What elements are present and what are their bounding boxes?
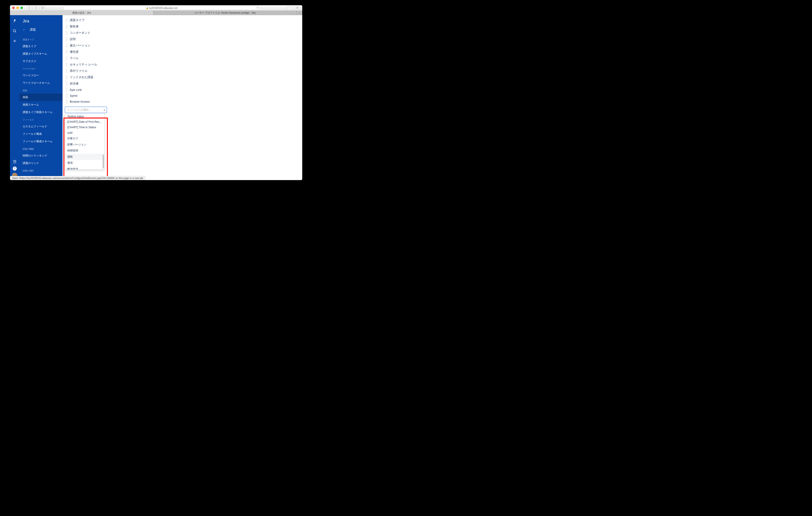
drag-handle-icon[interactable] — [66, 37, 67, 41]
sidebar-group-label: 課題の属性 — [20, 167, 62, 174]
drag-handle-icon[interactable] — [66, 63, 67, 66]
sidebar-item[interactable]: 課題タイプスキーム — [20, 50, 62, 58]
sidebar-item[interactable]: サブタスク — [20, 58, 62, 65]
field-row[interactable]: 修正バージョン — [62, 42, 302, 49]
dropdown-option[interactable]: 時間管理 — [65, 148, 105, 154]
drag-handle-icon[interactable] — [66, 88, 67, 92]
drag-handle-icon[interactable] — [66, 50, 67, 54]
share-button[interactable]: ↑ — [287, 6, 293, 10]
sidebar-item[interactable]: 課題のリンク — [20, 159, 62, 167]
new-tab-button[interactable]: + — [297, 11, 302, 15]
forward-button[interactable]: ❯ — [33, 6, 38, 10]
sidebar-item[interactable]: 課題タイプ画面スキーム — [20, 109, 62, 116]
menu-icon[interactable]: ☰ — [13, 159, 17, 164]
field-label: Browse Access — [70, 100, 90, 103]
field-select[interactable]: フィールドの選択... ▾ — [65, 107, 107, 113]
svg-point-0 — [13, 29, 16, 32]
field-row[interactable]: 報告者 — [62, 23, 302, 30]
reload-icon[interactable]: ⟳ — [257, 6, 259, 9]
field-row[interactable]: リンクされた課題 — [62, 74, 302, 81]
field-label: セキュリティ レベル — [70, 62, 97, 67]
drag-handle-icon[interactable] — [66, 69, 67, 73]
drag-handle-icon[interactable] — [66, 82, 67, 85]
drag-handle-icon[interactable] — [66, 56, 67, 60]
field-label: 優先度 — [70, 50, 79, 54]
lock-icon: 🔒 — [146, 7, 148, 9]
status-bar: Open #https://ky20180320.atlassian.net/s… — [10, 176, 145, 180]
field-row[interactable]: Browse Access — [62, 98, 302, 104]
dropdown-scrollbar[interactable] — [103, 154, 104, 169]
field-label: Sprint — [70, 94, 78, 97]
field-label: 修正バージョン — [70, 43, 90, 48]
field-row[interactable]: 課題タイプ — [62, 17, 302, 23]
field-row[interactable]: Epic Link — [62, 87, 302, 93]
sidebar-item[interactable]: カスタムフィールド — [20, 123, 62, 130]
drag-handle-icon[interactable] — [66, 18, 67, 22]
dropdown-option[interactable]: 期限 — [65, 154, 105, 160]
main-panel: 課題タイプ報告者コンポーネント説明修正バージョン優先度ラベルセキュリティ レベル… — [62, 15, 302, 180]
dropdown-option[interactable]: Testing status — [65, 114, 105, 119]
field-label: リンクされた課題 — [70, 75, 93, 79]
help-icon[interactable]: ? — [13, 166, 17, 171]
close-window-button[interactable] — [12, 6, 15, 9]
sidebar-item[interactable]: 時間のトラッキング — [20, 152, 62, 159]
traffic-lights — [12, 6, 23, 9]
sidebar-group-label: 課題タイプ — [20, 36, 62, 42]
field-row[interactable]: 添付ファイル — [62, 68, 302, 74]
dropdown-option[interactable]: 作業ログ — [65, 135, 105, 142]
dropdown-option[interactable]: 環境 — [65, 160, 105, 166]
sidebar-group-label: 画面 — [20, 87, 62, 94]
sidebar-item[interactable]: フィールド構成 — [20, 130, 62, 138]
dropdown-option[interactable]: 影響バージョン — [65, 142, 105, 148]
app-title: Jira — [20, 15, 62, 28]
field-label: 添付ファイル — [70, 69, 87, 73]
tabs-button[interactable]: ⧉ — [294, 6, 300, 10]
sidebar-item[interactable]: ワークフロー — [20, 72, 62, 79]
field-row[interactable]: Sprint — [62, 93, 302, 98]
dropdown-option[interactable]: [CHART] Date of First Respo... — [65, 119, 105, 125]
back-arrow-icon: ← — [23, 28, 26, 31]
field-label: ラベル — [70, 56, 79, 60]
sidebar-item[interactable]: フィールド構成スキーム — [20, 138, 62, 145]
drag-handle-icon[interactable] — [66, 75, 67, 79]
browser-tabbar: 画面の設定 - Jira ユーザー プロファイル: Kenta Yamamoto… — [10, 11, 302, 15]
field-row[interactable]: コンポーネント — [62, 30, 302, 36]
dropdown-option[interactable]: 解決状況 — [65, 166, 105, 170]
field-row[interactable]: ラベル — [62, 55, 302, 61]
field-label: コンポーネント — [70, 31, 90, 35]
sidebar-back-label: 課題 — [30, 28, 36, 32]
minimize-window-button[interactable] — [16, 6, 19, 9]
sidebar-back[interactable]: ← 課題 — [20, 28, 62, 36]
field-row[interactable]: 説明 — [62, 36, 302, 42]
sidebar: Jira ← 課題 課題タイプ課題タイプ課題タイプスキームサブタスクワークフロー… — [20, 15, 62, 180]
sidebar-item[interactable]: ワークフロースキーム — [20, 79, 62, 87]
jira-logo-icon[interactable] — [12, 18, 18, 24]
field-row[interactable]: セキュリティ レベル — [62, 61, 302, 68]
field-row[interactable]: 担当者 — [62, 81, 302, 87]
sidebar-group-label: 課題の機能 — [20, 145, 62, 152]
drag-handle-icon[interactable] — [66, 31, 67, 35]
field-label: 課題タイプ — [70, 18, 85, 22]
create-icon[interactable] — [12, 38, 18, 44]
maximize-window-button[interactable] — [20, 6, 23, 9]
dropdown-option[interactable]: [CHART] Time in Status — [65, 125, 105, 130]
dropdown-option[interactable]: uuid — [65, 130, 105, 135]
content-area: ☰ ? Jira ← 課題 課題タイプ課題タイプ課題タイプスキームサブタスクワー… — [10, 15, 302, 180]
drag-handle-icon[interactable] — [66, 94, 67, 97]
sidebar-item[interactable]: 画面スキーム — [20, 101, 62, 109]
drag-handle-icon[interactable] — [66, 100, 67, 103]
drag-handle-icon[interactable] — [66, 25, 67, 28]
sidebar-item[interactable]: 画面 — [20, 94, 62, 101]
url-bar[interactable]: 🔒 ky20180320.atlassian.net ⟳ — [63, 6, 260, 10]
search-icon[interactable] — [12, 28, 18, 34]
sidebar-toggle-button[interactable]: ▤ — [40, 6, 45, 10]
field-row[interactable]: 優先度 — [62, 49, 302, 55]
browser-tab-1[interactable]: ユーザー プロファイル: Kenta Yamamoto (ymkjp) - Ji… — [153, 11, 297, 15]
sidebar-item[interactable]: 課題タイプ — [20, 42, 62, 50]
global-rail: ☰ ? — [10, 15, 20, 180]
browser-window: ❮ ❯ ▤ 🔒 ky20180320.atlassian.net ⟳ ↑ ⧉ 画… — [10, 5, 302, 180]
browser-tab-0[interactable]: 画面の設定 - Jira — [10, 11, 153, 15]
field-label: Epic Link — [70, 88, 82, 92]
drag-handle-icon[interactable] — [66, 44, 67, 47]
back-button[interactable]: ❮ — [27, 6, 32, 10]
